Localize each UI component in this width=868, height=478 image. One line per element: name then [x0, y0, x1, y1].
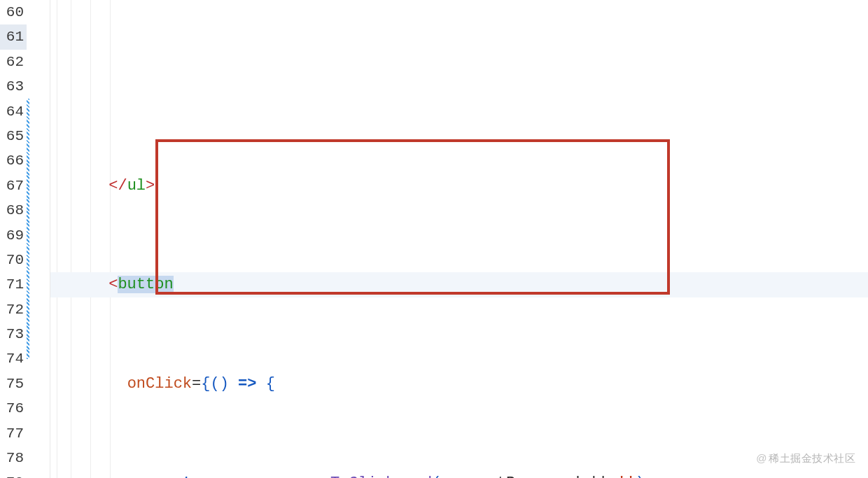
line-number: 70 — [0, 248, 27, 272]
line-number: 71 — [0, 272, 27, 297]
annotation-highlight-box — [155, 139, 670, 295]
line-number: 72 — [0, 297, 27, 322]
code-line[interactable]: <button — [50, 272, 868, 297]
code-area[interactable]: </ul> <button onClick={() => { const suc… — [50, 0, 868, 478]
line-number: 75 — [0, 372, 27, 396]
code-line[interactable]: onClick={() => { — [50, 372, 868, 396]
tag-punct: > — [146, 177, 155, 195]
line-number: 77 — [0, 421, 27, 446]
line-number: 62 — [0, 50, 27, 74]
line-number: 74 — [0, 346, 27, 371]
line-number: 66 — [0, 148, 27, 173]
tag-name: ul — [127, 177, 146, 195]
tag-punct: </ — [108, 177, 127, 195]
code-editor[interactable]: 60 61 62 63 64 65 66 67 68 69 70 71 72 7… — [0, 0, 868, 478]
line-number: 79 — [0, 470, 27, 478]
watermark: @稀土掘金技术社区 — [756, 452, 855, 465]
code-line[interactable]: </ul> — [50, 174, 868, 198]
jsx-attr: onClick — [127, 375, 192, 393]
line-number: 69 — [0, 223, 27, 248]
line-number: 73 — [0, 322, 27, 346]
line-number: 76 — [0, 396, 27, 421]
line-number: 64 — [0, 99, 27, 124]
line-number: 78 — [0, 446, 27, 470]
line-number: 63 — [0, 74, 27, 99]
tag-punct: < — [108, 276, 118, 293]
line-number-gutter: 60 61 62 63 64 65 66 67 68 69 70 71 72 7… — [0, 0, 27, 478]
line-number: 60 — [0, 0, 27, 24]
code-line[interactable]: const success = copyToClipboard(currentP… — [50, 471, 868, 478]
line-number: 68 — [0, 198, 27, 223]
line-number: 65 — [0, 124, 27, 148]
at-icon: @ — [756, 452, 767, 464]
fold-gutter — [29, 0, 50, 478]
tag-name: button — [118, 276, 173, 293]
line-number: 67 — [0, 174, 27, 198]
line-number: 61 — [0, 24, 27, 49]
watermark-text: 稀土掘金技术社区 — [769, 452, 855, 464]
